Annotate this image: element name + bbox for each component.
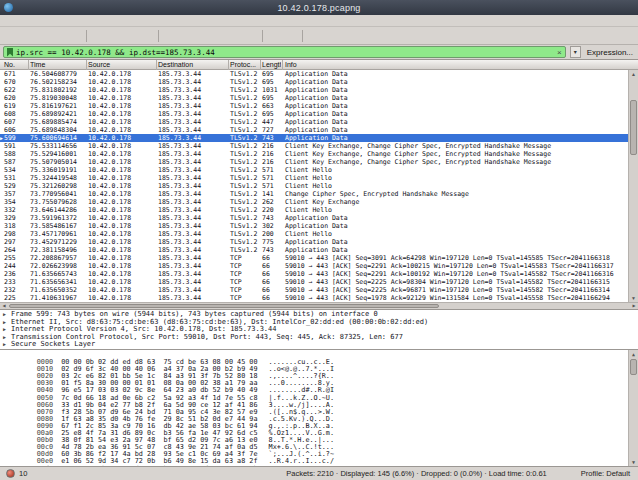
packet-info: Client Key Exchange, Change Cipher Spec,… bbox=[285, 142, 551, 150]
expand-arrow-icon[interactable]: ▶ bbox=[3, 319, 11, 327]
packet-row[interactable]: 534 75.336019191 10.42.0.178 185.73.3.44… bbox=[0, 166, 638, 174]
resize-columns-icon[interactable] bbox=[355, 28, 370, 43]
close-button[interactable] bbox=[622, 2, 635, 13]
filter-value[interactable]: ip.src == 10.42.0.178 && ip.dst==185.73.… bbox=[16, 48, 554, 57]
packet-length: 1031 bbox=[262, 86, 278, 94]
filter-bookmark-icon[interactable] bbox=[7, 48, 13, 57]
column-header-destination[interactable]: Destination bbox=[158, 60, 228, 70]
display-filter-input[interactable]: ip.src == 10.42.0.178 && ip.dst==185.73.… bbox=[3, 46, 566, 58]
packet-row[interactable]: 244 72.026623998 10.42.0.178 185.73.3.44… bbox=[0, 262, 638, 270]
packet-list-scrollbar[interactable]: ▲ ▼ bbox=[628, 70, 638, 302]
column-divider[interactable] bbox=[28, 60, 29, 70]
scroll-left-icon[interactable]: ◀ bbox=[0, 303, 8, 309]
packet-row[interactable]: 670 76.502158234 10.42.0.178 185.73.3.44… bbox=[0, 78, 638, 86]
packet-length: 141 bbox=[262, 190, 274, 198]
packet-row[interactable]: 298 73.457170961 10.42.0.178 185.73.3.44… bbox=[0, 230, 638, 238]
expert-info-icon[interactable] bbox=[6, 469, 15, 478]
go-back-icon[interactable] bbox=[179, 28, 194, 43]
capture-options-icon[interactable] bbox=[19, 28, 34, 43]
reload-file-icon[interactable] bbox=[139, 28, 154, 43]
packet-row[interactable]: 529 75.321260298 10.42.0.178 185.73.3.44… bbox=[0, 182, 638, 190]
packet-row[interactable]: 329 73.591961372 10.42.0.178 185.73.3.44… bbox=[0, 214, 638, 222]
packet-row[interactable]: 318 73.585486167 10.42.0.178 185.73.3.44… bbox=[0, 222, 638, 230]
zoom-out-icon[interactable] bbox=[323, 28, 338, 43]
packet-row[interactable]: 332 73.646144286 10.42.0.178 185.73.3.44… bbox=[0, 206, 638, 214]
scrollbar-thumb[interactable] bbox=[630, 359, 637, 375]
hscrollbar-thumb[interactable] bbox=[9, 304, 439, 308]
open-file-icon[interactable] bbox=[91, 28, 106, 43]
column-divider[interactable] bbox=[86, 60, 87, 70]
filter-dropdown-icon[interactable]: ▾ bbox=[570, 46, 581, 58]
expand-arrow-icon[interactable]: ▶ bbox=[3, 311, 11, 319]
go-first-icon[interactable] bbox=[227, 28, 242, 43]
column-divider[interactable] bbox=[228, 60, 229, 70]
filter-clear-icon[interactable]: × bbox=[557, 48, 562, 57]
packet-row[interactable]: 607 75.689885474 10.42.0.178 185.73.3.44… bbox=[0, 118, 638, 126]
maximize-button[interactable] bbox=[607, 2, 620, 13]
packet-row[interactable]: 236 71.635665743 10.42.0.178 185.73.3.44… bbox=[0, 270, 638, 278]
column-divider[interactable] bbox=[156, 60, 157, 70]
column-header-length[interactable]: Length bbox=[262, 60, 281, 70]
packet-row[interactable]: 587 75.507905014 10.42.0.178 185.73.3.44… bbox=[0, 158, 638, 166]
minimize-button[interactable] bbox=[592, 2, 605, 13]
packet-row[interactable]: 233 71.635656341 10.42.0.178 185.73.3.44… bbox=[0, 278, 638, 286]
column-header-info[interactable]: Info bbox=[285, 60, 297, 70]
list-interfaces-icon[interactable] bbox=[3, 28, 18, 43]
detail-line[interactable]: ▶Secure Sockets Layer bbox=[0, 341, 638, 349]
packet-row[interactable]: 232 71.635650352 10.42.0.178 185.73.3.44… bbox=[0, 286, 638, 294]
packet-time: 73.646144286 bbox=[30, 206, 77, 214]
packet-list-hscrollbar[interactable]: ◀ ▶ bbox=[0, 302, 638, 309]
packet-row[interactable]: 225 71.410631967 10.42.0.178 185.73.3.44… bbox=[0, 294, 638, 302]
zoom-in-icon[interactable] bbox=[307, 28, 322, 43]
column-header-time[interactable]: Time bbox=[30, 60, 86, 70]
find-packet-icon[interactable] bbox=[163, 28, 178, 43]
close-file-icon[interactable] bbox=[123, 28, 138, 43]
wireshark-window: 10.42.0.178.pcapng ip.src == 10.42.0.178… bbox=[0, 0, 638, 480]
column-header-no[interactable]: No. bbox=[4, 60, 28, 70]
go-last-icon[interactable] bbox=[243, 28, 258, 43]
expand-arrow-icon[interactable]: ▶ bbox=[3, 334, 11, 342]
packet-row[interactable]: 622 75.831802192 10.42.0.178 185.73.3.44… bbox=[0, 86, 638, 94]
expand-arrow-icon[interactable]: ▶ bbox=[3, 341, 11, 349]
packet-row[interactable]: 297 73.452971229 10.42.0.178 185.73.3.44… bbox=[0, 238, 638, 246]
packet-row[interactable]: 608 75.689892421 10.42.0.178 185.73.3.44… bbox=[0, 110, 638, 118]
start-capture-icon[interactable] bbox=[35, 28, 50, 43]
packet-row[interactable]: 620 75.819030048 10.42.0.178 185.73.3.44… bbox=[0, 94, 638, 102]
column-header-source[interactable]: Source bbox=[88, 60, 156, 70]
colorize-icon[interactable] bbox=[267, 28, 282, 43]
packet-row[interactable]: 264 72.381158496 10.42.0.178 185.73.3.44… bbox=[0, 246, 638, 254]
packet-length: 743 bbox=[262, 134, 274, 142]
scroll-down-icon[interactable]: ▼ bbox=[629, 458, 638, 466]
packet-destination: 185.73.3.44 bbox=[158, 214, 201, 222]
expression-button[interactable]: Expression... bbox=[585, 48, 635, 57]
scroll-down-icon[interactable]: ▼ bbox=[629, 294, 638, 302]
packet-row[interactable]: 671 76.504608779 10.42.0.178 185.73.3.44… bbox=[0, 70, 638, 78]
detail-line[interactable]: ▶Transmission Control Protocol, Src Port… bbox=[0, 334, 638, 342]
scroll-up-icon[interactable]: ▲ bbox=[629, 70, 638, 78]
scroll-right-icon[interactable]: ▶ bbox=[630, 303, 638, 309]
stop-capture-icon[interactable] bbox=[51, 28, 66, 43]
go-to-packet-icon[interactable] bbox=[211, 28, 226, 43]
column-divider[interactable] bbox=[260, 60, 261, 70]
packet-row[interactable]: 619 75.816197621 10.42.0.178 185.73.3.44… bbox=[0, 102, 638, 110]
packet-row[interactable]: 591 75.533114656 10.42.0.178 185.73.3.44… bbox=[0, 142, 638, 150]
expand-arrow-icon[interactable]: ▶ bbox=[3, 326, 11, 334]
restart-capture-icon[interactable] bbox=[67, 28, 82, 43]
go-forward-icon[interactable] bbox=[195, 28, 210, 43]
packet-row[interactable]: 357 73.770956041 10.42.0.178 185.73.3.44… bbox=[0, 190, 638, 198]
scrollbar-thumb[interactable] bbox=[630, 100, 637, 155]
scroll-up-icon[interactable]: ▲ bbox=[629, 350, 638, 358]
status-profile[interactable]: Profile: Default bbox=[581, 469, 630, 478]
packet-row[interactable]: ▶ 599 75.600694614 10.42.0.178 185.73.3.… bbox=[0, 134, 638, 142]
packet-row[interactable]: 606 75.689848304 10.42.0.178 185.73.3.44… bbox=[0, 126, 638, 134]
packet-row[interactable]: 531 75.324419548 10.42.0.178 185.73.3.44… bbox=[0, 174, 638, 182]
save-file-icon[interactable] bbox=[107, 28, 122, 43]
hex-pane-scrollbar[interactable]: ▲ ▼ bbox=[628, 350, 638, 466]
column-divider[interactable] bbox=[282, 60, 283, 70]
zoom-100-icon[interactable] bbox=[339, 28, 354, 43]
column-header-protocol[interactable]: Protoc... bbox=[230, 60, 260, 70]
packet-row[interactable]: 255 72.208867957 10.42.0.178 185.73.3.44… bbox=[0, 254, 638, 262]
packet-row[interactable]: 588 75.529416001 10.42.0.178 185.73.3.44… bbox=[0, 150, 638, 158]
autoscroll-icon[interactable] bbox=[283, 28, 298, 43]
packet-row[interactable]: 354 73.755079628 10.42.0.178 185.73.3.44… bbox=[0, 198, 638, 206]
